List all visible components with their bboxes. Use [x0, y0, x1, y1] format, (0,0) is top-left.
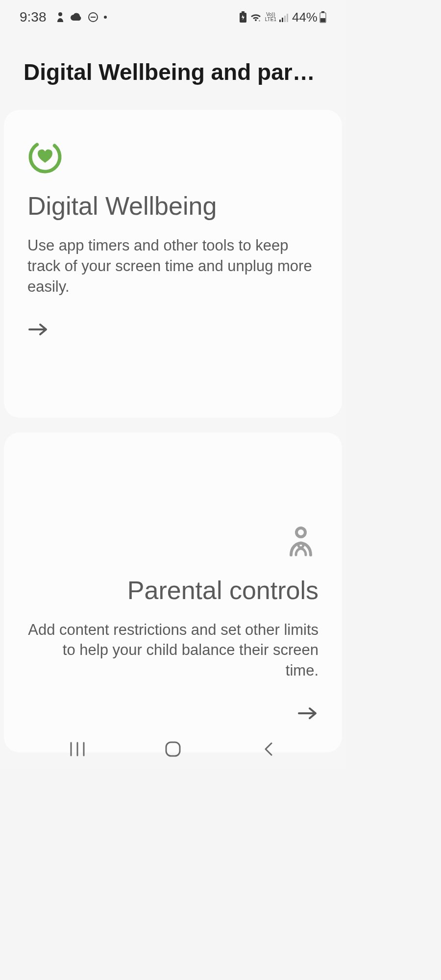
svg-rect-12	[321, 11, 324, 13]
wifi-icon: +	[249, 12, 262, 22]
dnd-icon	[88, 12, 98, 23]
svg-text:+: +	[258, 19, 261, 22]
battery-percentage: 44%	[292, 10, 318, 25]
parental-controls-card[interactable]: Parental controls Add content restrictio…	[4, 432, 342, 753]
svg-point-16	[296, 528, 305, 537]
svg-point-17	[298, 543, 303, 548]
digital-wellbeing-card[interactable]: Digital Wellbeing Use app timers and oth…	[4, 110, 342, 418]
svg-rect-5	[242, 11, 245, 13]
battery-icon	[319, 11, 326, 23]
wellbeing-description: Use app timers and other tools to keep t…	[27, 235, 318, 297]
volte-indicator: Vo)) LTE1	[265, 12, 276, 22]
home-button[interactable]	[158, 734, 188, 764]
cloud-icon	[70, 13, 83, 22]
arrow-right-icon	[27, 705, 318, 721]
svg-rect-22	[166, 742, 180, 756]
parental-description: Add content restrictions and set other l…	[27, 620, 318, 681]
svg-rect-10	[287, 14, 288, 22]
clock-time: 9:38	[20, 9, 47, 25]
person-icon	[55, 11, 65, 23]
parental-icon	[27, 526, 318, 561]
svg-rect-8	[282, 18, 283, 22]
recents-button[interactable]	[63, 734, 92, 764]
status-right: + Vo)) LTE1 44%	[239, 10, 326, 25]
svg-rect-13	[320, 18, 325, 22]
signal-icon	[279, 12, 290, 22]
wellbeing-title: Digital Wellbeing	[27, 191, 318, 221]
status-left: 9:38	[20, 9, 107, 25]
svg-point-3	[104, 16, 107, 19]
battery-saver-icon	[239, 11, 247, 23]
page-title: Digital Wellbeing and parental c…	[0, 29, 346, 105]
back-button[interactable]	[254, 734, 283, 764]
svg-point-0	[58, 12, 62, 16]
status-bar: 9:38 + Vo)) LTE1	[0, 0, 346, 29]
parental-title: Parental controls	[27, 576, 318, 605]
navigation-bar	[0, 729, 346, 769]
svg-rect-7	[279, 20, 281, 22]
wellbeing-icon	[27, 139, 318, 176]
dot-icon	[103, 15, 107, 19]
svg-rect-9	[284, 16, 286, 22]
arrow-right-icon	[27, 322, 49, 337]
